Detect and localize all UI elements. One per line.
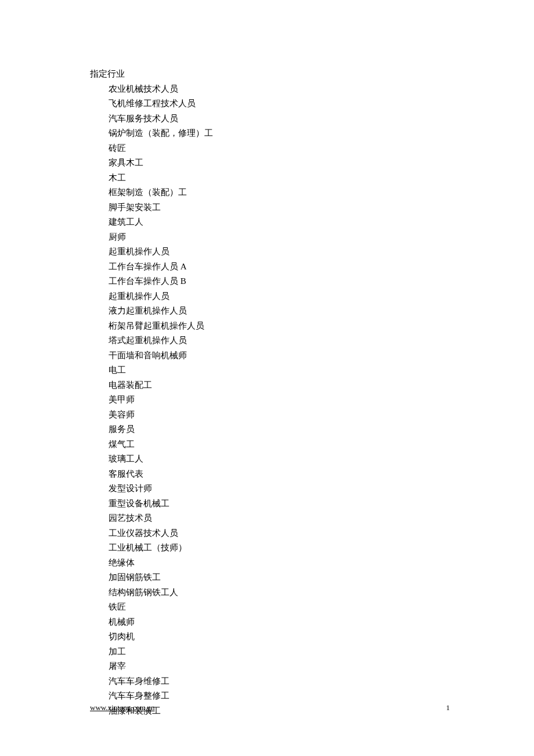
list-item: 工作台车操作人员 B <box>109 274 450 289</box>
list-item: 脚手架安装工 <box>109 200 450 215</box>
list-item: 桁架吊臂起重机操作人员 <box>109 319 450 334</box>
list-item: 汽车车身整修工 <box>109 689 450 704</box>
page-number: 1 <box>446 703 450 712</box>
list-item: 汽车服务技术人员 <box>109 111 450 127</box>
list-item: 塔式起重机操作人员 <box>109 333 450 348</box>
list-item: 砖匠 <box>109 141 450 156</box>
list-item: 煤气工 <box>109 437 450 452</box>
list-item: 重型设备机械工 <box>109 496 450 512</box>
list-item: 建筑工人 <box>109 215 450 230</box>
list-item: 木工 <box>109 171 450 186</box>
list-item: 液力起重机操作人员 <box>109 304 450 319</box>
list-item: 飞机维修工程技术人员 <box>109 96 450 111</box>
section-heading: 指定行业 <box>90 67 450 82</box>
list-item: 客服代表 <box>109 467 450 482</box>
list-item: 发型设计师 <box>109 481 450 496</box>
list-item: 服务员 <box>109 422 450 437</box>
list-item: 工作台车操作人员 A <box>109 260 450 275</box>
list-item: 加固钢筋铁工 <box>109 570 450 585</box>
list-item: 工业机械工（技师） <box>109 541 450 556</box>
document-page: 指定行业 农业机械技术人员飞机维修工程技术人员汽车服务技术人员锅炉制造（装配，修… <box>0 0 534 718</box>
list-item: 厨师 <box>109 230 450 245</box>
list-item: 切肉机 <box>109 629 450 645</box>
list-item: 起重机操作人员 <box>109 289 450 304</box>
list-item: 美容师 <box>109 408 450 423</box>
list-item: 工业仪器技术人员 <box>109 526 450 541</box>
list-item: 铁匠 <box>109 600 450 615</box>
list-item: 绝缘体 <box>109 556 450 571</box>
list-item: 起重机操作人员 <box>109 244 450 260</box>
industry-list: 农业机械技术人员飞机维修工程技术人员汽车服务技术人员锅炉制造（装配，修理）工砖匠… <box>90 82 450 719</box>
list-item: 锅炉制造（装配，修理）工 <box>109 126 450 141</box>
list-item: 园艺技术员 <box>109 511 450 526</box>
list-item: 美甲师 <box>109 393 450 408</box>
page-footer: www.xintong.com.cn 1 <box>90 703 450 712</box>
list-item: 电工 <box>109 363 450 378</box>
list-item: 玻璃工人 <box>109 452 450 467</box>
list-item: 机械师 <box>109 615 450 630</box>
list-item: 加工 <box>109 645 450 660</box>
footer-link[interactable]: www.xintong.com.cn <box>90 703 154 712</box>
list-item: 汽车车身维修工 <box>109 674 450 689</box>
list-item: 结构钢筋钢铁工人 <box>109 585 450 600</box>
list-item: 干面墙和音响机械师 <box>109 348 450 363</box>
list-item: 屠宰 <box>109 659 450 674</box>
list-item: 电器装配工 <box>109 378 450 393</box>
list-item: 家具木工 <box>109 156 450 171</box>
list-item: 框架制造（装配）工 <box>109 185 450 200</box>
list-item: 农业机械技术人员 <box>109 82 450 97</box>
